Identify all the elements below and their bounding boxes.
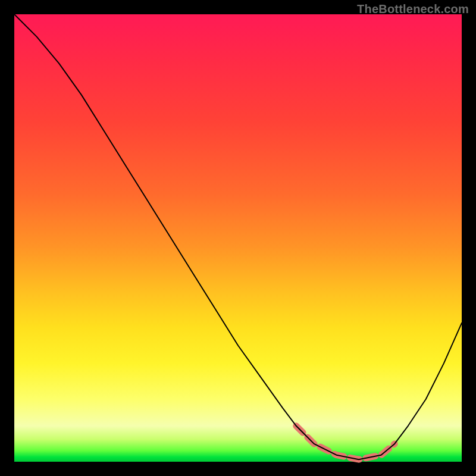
watermark-text: TheBottleneck.com	[357, 2, 469, 16]
curve-overlay	[14, 14, 462, 462]
plot-area	[14, 14, 462, 462]
highlight-segment	[296, 426, 394, 459]
chart-frame: TheBottleneck.com	[0, 0, 476, 476]
bottleneck-curve	[14, 14, 462, 459]
